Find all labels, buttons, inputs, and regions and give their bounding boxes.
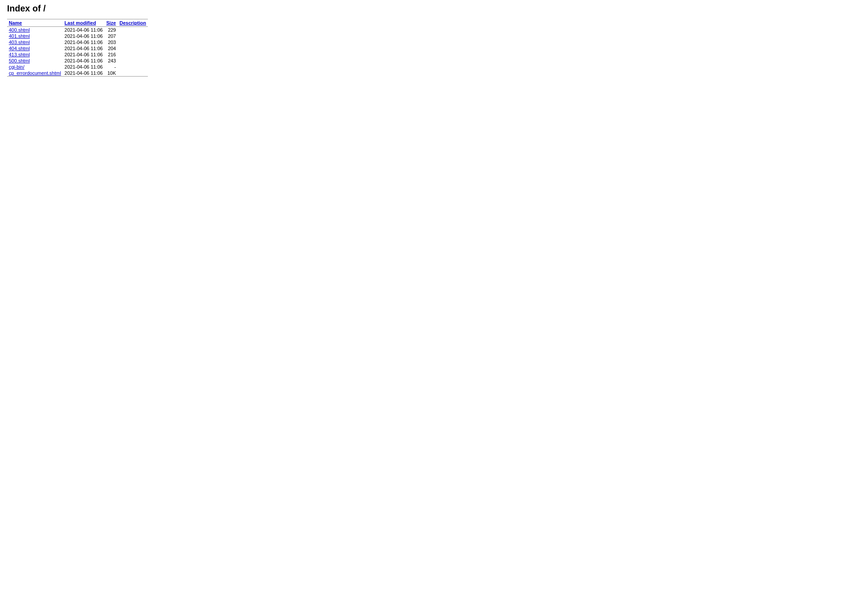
file-link[interactable]: cp_errordocument.shtml <box>9 70 61 76</box>
table-row: 403.shtml2021-04-06 11:06203 <box>7 39 148 45</box>
table-row: cp_errordocument.shtml2021-04-06 11:0610… <box>7 70 148 77</box>
table-row: 401.shtml2021-04-06 11:06207 <box>7 33 148 39</box>
sort-name-link[interactable]: Name <box>9 20 22 26</box>
page-title: Index of / <box>7 4 838 14</box>
file-modified: 2021-04-06 11:06 <box>63 51 105 58</box>
file-description <box>118 33 148 39</box>
file-modified: 2021-04-06 11:06 <box>63 58 105 64</box>
file-description <box>118 70 148 77</box>
file-link[interactable]: 500.shtml <box>9 58 30 63</box>
table-row: 413.shtml2021-04-06 11:06216 <box>7 51 148 58</box>
file-modified: 2021-04-06 11:06 <box>63 64 105 70</box>
file-modified: 2021-04-06 11:06 <box>63 27 105 33</box>
sort-modified-link[interactable]: Last modified <box>65 20 96 26</box>
file-modified: 2021-04-06 11:06 <box>63 39 105 45</box>
file-size: - <box>104 64 118 70</box>
file-size: 10K <box>104 70 118 77</box>
file-link[interactable]: 403.shtml <box>9 40 30 45</box>
file-size: 243 <box>104 58 118 64</box>
table-row: 500.shtml2021-04-06 11:06243 <box>7 58 148 64</box>
file-description <box>118 27 148 33</box>
file-description <box>118 51 148 58</box>
file-modified: 2021-04-06 11:06 <box>63 70 105 77</box>
file-description <box>118 58 148 64</box>
file-link[interactable]: 401.shtml <box>9 33 30 39</box>
file-description <box>118 64 148 70</box>
sort-size-link[interactable]: Size <box>106 20 116 26</box>
file-modified: 2021-04-06 11:06 <box>63 33 105 39</box>
table-row: cgi-bin/2021-04-06 11:06- <box>7 64 148 70</box>
file-modified: 2021-04-06 11:06 <box>63 45 105 51</box>
file-description <box>118 45 148 51</box>
file-link[interactable]: 413.shtml <box>9 52 30 57</box>
file-size: 229 <box>104 27 118 33</box>
table-header-row: Name Last modified Size Description <box>7 19 148 27</box>
table-row: 400.shtml2021-04-06 11:06229 <box>7 27 148 33</box>
file-size: 216 <box>104 51 118 58</box>
sort-description-link[interactable]: Description <box>119 20 146 26</box>
file-link[interactable]: cgi-bin/ <box>9 64 24 70</box>
file-listing-table: Name Last modified Size Description 400.… <box>7 19 148 77</box>
file-size: 207 <box>104 33 118 39</box>
table-row: 404.shtml2021-04-06 11:06204 <box>7 45 148 51</box>
file-link[interactable]: 404.shtml <box>9 46 30 51</box>
file-size: 203 <box>104 39 118 45</box>
file-size: 204 <box>104 45 118 51</box>
file-link[interactable]: 400.shtml <box>9 27 30 33</box>
file-description <box>118 39 148 45</box>
